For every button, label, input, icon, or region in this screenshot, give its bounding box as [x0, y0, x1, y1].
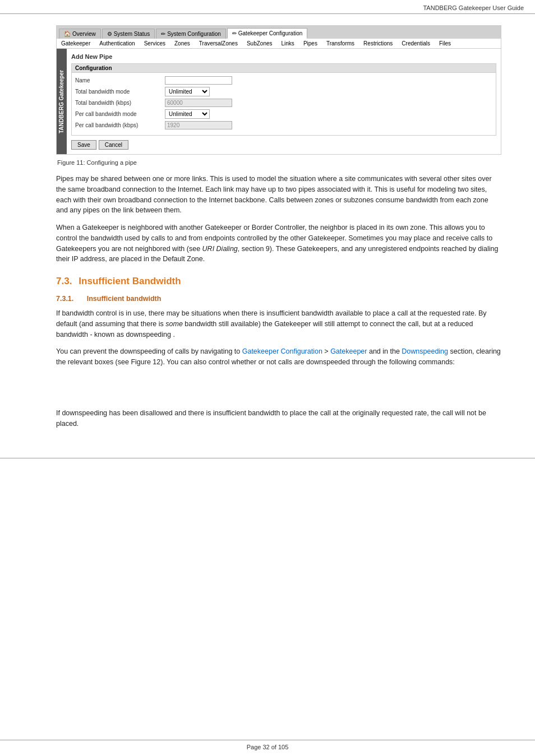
tab-system-status-label: System Status	[114, 31, 150, 37]
link-gatekeeper[interactable]: Gatekeeper	[330, 347, 367, 355]
config-section-title: Configuration	[72, 64, 496, 73]
page-number: Page 32 of 105	[247, 744, 289, 750]
config-section: Configuration Name Total bandwidth mode …	[71, 63, 496, 136]
form-row-total-bw-kbps: Total bandwidth (kbps)	[75, 99, 492, 107]
per-call-bw-kbps-input[interactable]	[165, 121, 232, 129]
nav-zones[interactable]: Zones	[173, 40, 191, 47]
edit-icon: ✏	[161, 31, 165, 37]
per-call-bw-mode-select[interactable]: Unlimited Limited	[165, 109, 210, 119]
save-button[interactable]: Save	[71, 140, 96, 150]
page-header: TANDBERG Gatekeeper User Guide	[0, 0, 535, 14]
section-7-3-title: Insufficient Bandwidth	[79, 276, 181, 287]
cancel-button[interactable]: Cancel	[99, 140, 128, 150]
figure-caption: Figure 11: Configuring a pipe	[56, 159, 501, 166]
commands-placeholder	[56, 374, 501, 408]
field-label-per-call-bw-mode: Per call bandwidth mode	[75, 111, 165, 117]
subsection-paragraph-2: You can prevent the downspeeding of call…	[56, 346, 501, 368]
page-footer: Page 32 of 105	[0, 740, 535, 750]
subsection-7-3-1-heading: 7.3.1. Insufficient bandwidth	[56, 295, 501, 303]
total-bw-kbps-input[interactable]	[165, 99, 232, 107]
tab-system-config-label: System Configuration	[167, 31, 221, 37]
field-label-total-bw-kbps: Total bandwidth (kbps)	[75, 100, 165, 106]
form-row-per-call-bw-mode: Per call bandwidth mode Unlimited Limite…	[75, 109, 492, 119]
gear-icon: ⚙	[107, 31, 112, 37]
form-row-per-call-bw-kbps: Per call bandwidth (kbps)	[75, 121, 492, 129]
subsection-paragraph-1: If bandwidth control is in use, there ma…	[56, 308, 501, 340]
subsection-7-3-1-number: 7.3.1.	[56, 295, 73, 303]
tab-bar: 🏠 Overview ⚙ System Status ✏ System Conf…	[57, 26, 501, 39]
edit2-icon: ✏	[232, 30, 237, 36]
tab-gatekeeper-config[interactable]: ✏ Gatekeeper Configuration	[227, 28, 308, 39]
tab-system-status[interactable]: ⚙ System Status	[102, 29, 155, 39]
add-new-pipe-title: Add New Pipe	[71, 53, 496, 60]
subsection-paragraph-3: If downspeeding has been disallowed and …	[56, 408, 501, 429]
footer-rule	[0, 458, 535, 458]
name-input[interactable]	[165, 76, 232, 85]
button-row: Save Cancel	[71, 140, 496, 150]
body-paragraph-1: Pipes may be shared between one or more …	[56, 174, 501, 216]
form-row-name: Name	[75, 76, 492, 85]
field-label-total-bw-mode: Total bandwidth mode	[75, 89, 165, 95]
nav-restrictions[interactable]: Restrictions	[362, 40, 394, 47]
field-label-name: Name	[75, 77, 165, 84]
section-7-3-number: 7.3.	[56, 276, 72, 287]
nav-subzones[interactable]: SubZones	[246, 40, 274, 47]
main-content: 🏠 Overview ⚙ System Status ✏ System Conf…	[0, 14, 535, 458]
body-paragraph-2: When a Gatekeeper is neighbored with ano…	[56, 222, 501, 265]
home-icon: 🏠	[64, 31, 71, 37]
form-area: Add New Pipe Configuration Name Total ba…	[67, 49, 501, 154]
browser-mock: 🏠 Overview ⚙ System Status ✏ System Conf…	[57, 26, 501, 154]
total-bw-mode-select[interactable]: Unlimited Limited	[165, 87, 210, 96]
nav-pipes[interactable]: Pipes	[302, 40, 319, 47]
tab-gatekeeper-config-label: Gatekeeper Configuration	[238, 30, 303, 36]
nav-authentication[interactable]: Authentication	[98, 40, 136, 47]
figure-container: 🏠 Overview ⚙ System Status ✏ System Conf…	[56, 25, 501, 155]
document-title: TANDBERG Gatekeeper User Guide	[423, 4, 524, 11]
sidebar-label: TANDBERG Gatekeeper	[57, 49, 67, 154]
section-7-3-heading: 7.3. Insufficient Bandwidth	[56, 276, 501, 287]
nav-files[interactable]: Files	[438, 40, 452, 47]
tab-overview[interactable]: 🏠 Overview	[59, 29, 101, 39]
form-row-total-bw-mode: Total bandwidth mode Unlimited Limited	[75, 87, 492, 96]
tab-system-config[interactable]: ✏ System Configuration	[156, 29, 226, 39]
nav-gatekeeper[interactable]: Gatekeeper	[60, 40, 91, 47]
content-area: TANDBERG Gatekeeper Add New Pipe Configu…	[57, 49, 501, 154]
tab-overview-label: Overview	[72, 31, 96, 37]
nav-services[interactable]: Services	[143, 40, 167, 47]
nav-transforms[interactable]: Transforms	[325, 40, 356, 47]
link-downspeeding[interactable]: Downspeeding	[402, 347, 448, 355]
subsection-7-3-1-title: Insufficient bandwidth	[87, 295, 162, 303]
nav-bar: Gatekeeper Authentication Services Zones…	[57, 39, 501, 49]
nav-links[interactable]: Links	[280, 40, 296, 47]
field-label-per-call-bw-kbps: Per call bandwidth (kbps)	[75, 122, 165, 128]
nav-traversalzones[interactable]: TraversalZones	[198, 40, 239, 47]
link-gatekeeper-config[interactable]: Gatekeeper Configuration	[242, 347, 322, 355]
nav-credentials[interactable]: Credentials	[400, 40, 431, 47]
